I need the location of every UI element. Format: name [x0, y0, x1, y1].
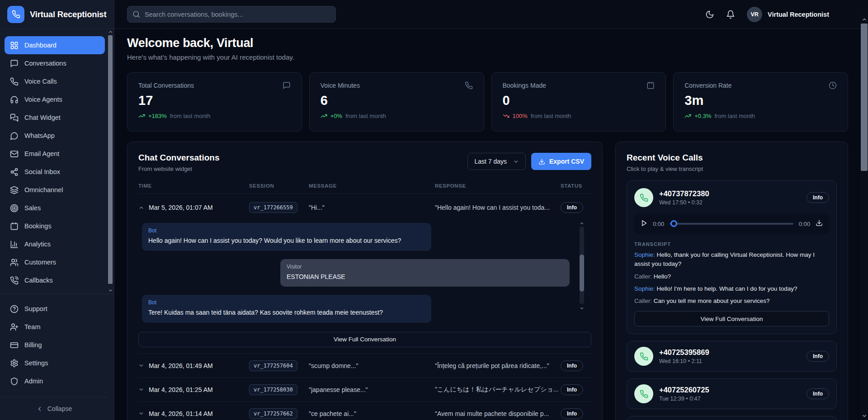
trending-down-icon [503, 113, 509, 119]
call-number: +40725260725 [659, 386, 801, 394]
seek-slider[interactable] [670, 220, 793, 227]
chevron-down-icon [138, 363, 144, 368]
stat-change-suffix: from last month [531, 113, 571, 119]
sidebar-item-support[interactable]: Support [5, 300, 105, 318]
scroll-down-arrow-icon[interactable] [108, 288, 113, 293]
search-icon [132, 10, 140, 18]
view-full-conversation-button[interactable]: View Full Conversation [138, 332, 591, 347]
sidebar-item-omnichannel[interactable]: Omnichannel [5, 181, 105, 199]
status-badge[interactable]: Info [561, 202, 583, 213]
call-info-badge[interactable]: Info [807, 388, 829, 399]
page-scrollbar-thumb[interactable] [861, 24, 868, 171]
chat-scrollbar[interactable] [580, 222, 584, 309]
sidebar-item-callbacks[interactable]: Callbacks [5, 271, 105, 289]
download-recording-button[interactable] [816, 219, 823, 228]
play-button[interactable] [641, 220, 647, 228]
phone-icon [465, 81, 473, 90]
stat-value: 6 [321, 93, 473, 108]
page-title: Welcome back, Virtual [127, 36, 848, 50]
user-menu[interactable]: VR Virtual Receptionist [747, 7, 829, 22]
credit-card-icon [10, 341, 19, 349]
sidebar-item-settings[interactable]: Settings [5, 354, 105, 372]
call-avatar [634, 188, 653, 207]
seek-slider-handle[interactable] [670, 220, 677, 227]
export-csv-button[interactable]: Export CSV [531, 153, 591, 170]
trending-up-icon [684, 113, 691, 119]
sidebar-item-billing[interactable]: Billing [5, 336, 105, 354]
sidebar-item-voice-calls[interactable]: Voice Calls [5, 72, 105, 90]
phone-icon [12, 10, 20, 19]
date-range-select[interactable]: Last 7 days [467, 153, 526, 170]
messages-square-icon [10, 113, 19, 122]
sidebar-item-admin[interactable]: Admin [5, 372, 105, 390]
sidebar-item-team[interactable]: Team [5, 318, 105, 336]
table-row[interactable]: Mar 4, 2026, 01:25 AM vr_177258030 "japa… [138, 378, 591, 402]
table-row[interactable]: Mar 4, 2026, 01:14 AM vr_177257662 "ce p… [138, 402, 591, 420]
collapse-sidebar-button[interactable]: Collapse [0, 397, 108, 420]
sidebar-scrollbar[interactable] [108, 29, 113, 293]
chat-bubble-bot: Bot Hello again! How can I assist you to… [142, 223, 431, 251]
sidebar-item-voice-agents[interactable]: Voice Agents [5, 90, 105, 109]
download-icon [816, 219, 823, 227]
scroll-down-arrow-icon[interactable] [580, 306, 584, 311]
sidebar-item-whatsapp[interactable]: WhatsApp [5, 127, 105, 145]
brand-name: Virtual Receptionist [30, 9, 106, 19]
stat-value: 3m [684, 93, 837, 108]
user-name: Virtual Receptionist [768, 11, 829, 18]
stat-value: 17 [138, 93, 291, 108]
expanded-conversation: Bot Hello again! How can I assist you to… [138, 220, 591, 323]
sidebar-item-dashboard[interactable]: Dashboard [5, 36, 105, 54]
headphones-icon [10, 95, 19, 104]
status-badge[interactable]: Info [561, 408, 583, 419]
avatar: VR [747, 7, 762, 22]
bell-icon [726, 10, 735, 19]
transcript-label: TRANSCRIPT [634, 241, 829, 247]
sidebar-item-email-agent[interactable]: Email Agent [5, 145, 105, 163]
target-icon [10, 204, 19, 212]
table-row[interactable]: Mar 5, 2026, 01:07 AM vr_177266559 "Hi..… [138, 194, 591, 220]
chevron-down-icon [513, 159, 519, 165]
users-icon [10, 258, 19, 267]
call-info-badge[interactable]: Info [807, 192, 829, 203]
topbar: VR Virtual Receptionist [114, 0, 868, 29]
sidebar-item-chat-widget[interactable]: Chat Widget [5, 109, 105, 127]
view-full-conversation-button[interactable]: View Full Conversation [634, 311, 829, 326]
message-circle-icon [10, 132, 19, 140]
chevron-down-icon [138, 411, 144, 416]
theme-toggle-button[interactable] [705, 10, 714, 19]
call-number: +40725395869 [659, 348, 801, 357]
stat-change-suffix: from last month [345, 113, 386, 119]
stat-change-value: +183% [148, 113, 167, 119]
voice-call-card[interactable]: +40725395869 Wed 16:10 • 2:11 Info [627, 341, 837, 372]
sidebar-item-bookings[interactable]: Bookings [5, 217, 105, 235]
search-input[interactable] [127, 6, 336, 23]
scroll-up-arrow-icon[interactable] [580, 221, 584, 226]
status-badge[interactable]: Info [561, 360, 583, 371]
voice-panel-title: Recent Voice Calls [627, 153, 837, 163]
sidebar-item-sales[interactable]: Sales [5, 199, 105, 217]
voice-call-card[interactable] [627, 416, 837, 420]
recent-voice-calls-panel: Recent Voice Calls Click to play & view … [615, 142, 848, 420]
sidebar-item-customers[interactable]: Customers [5, 253, 105, 271]
page-scrollbar[interactable] [860, 15, 868, 420]
notifications-button[interactable] [726, 10, 735, 19]
bar-chart-icon [10, 240, 19, 249]
voice-call-card[interactable]: +40725260725 Tue 12:39 • 0:47 Info [627, 378, 837, 409]
call-info-badge[interactable]: Info [807, 351, 829, 362]
stat-card-total-conversations: Total Conversations 17 +183% from last m… [127, 72, 302, 132]
scroll-down-arrow-icon[interactable] [860, 413, 868, 419]
table-row[interactable]: Mar 4, 2026, 01:49 AM vr_177257604 "scum… [138, 354, 591, 378]
sidebar-item-social-inbox[interactable]: Social Inbox [5, 163, 105, 181]
voice-call-card[interactable]: +40737872380 Wed 17:50 • 0:32 Info 0:00 [627, 180, 837, 334]
scroll-up-arrow-icon[interactable] [860, 16, 868, 23]
app-root: Virtual Receptionist Dashboard Conversat… [0, 0, 868, 420]
scroll-up-arrow-icon[interactable] [108, 29, 113, 34]
sidebar-item-conversations[interactable]: Conversations [5, 54, 105, 72]
conversations-table: TIME SESSION MESSAGE RESPONSE STATUS Mar… [138, 183, 591, 420]
sidebar-item-analytics[interactable]: Analytics [5, 235, 105, 253]
chevron-up-icon [138, 205, 144, 211]
chat-scrollbar-thumb[interactable] [580, 255, 584, 292]
sidebar-scrollbar-thumb[interactable] [108, 35, 113, 284]
status-badge[interactable]: Info [561, 384, 583, 395]
user-plus-icon [10, 323, 19, 331]
